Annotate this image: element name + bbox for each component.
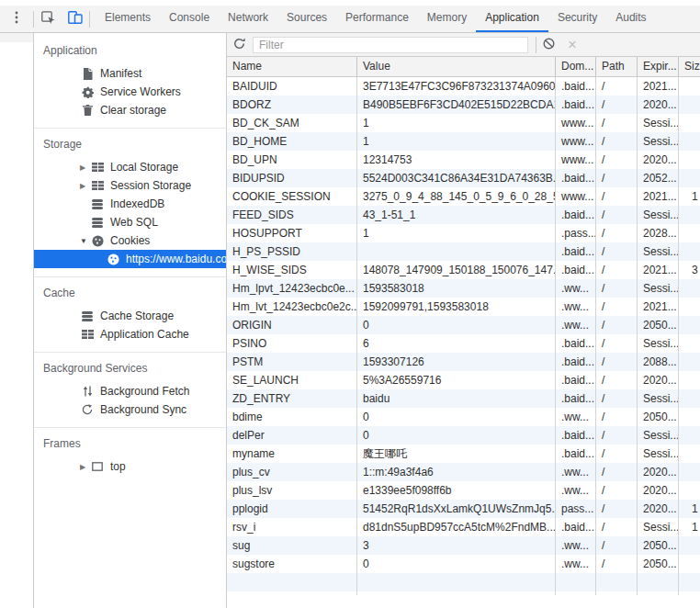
cookie-domain-cell: .ww... [556, 298, 596, 316]
tab-console[interactable]: Console [160, 6, 219, 32]
clear-all-cookies-button[interactable] [536, 33, 560, 57]
filter-input[interactable] [253, 37, 528, 53]
cookie-size-cell [679, 426, 700, 445]
table-row[interactable]: HOSUPPORT1.pass.../2028... [227, 224, 700, 242]
table-row[interactable]: BIDUPSID5524D003C341C86A34E31DA74363B...… [227, 169, 700, 187]
sidebar-item-background-sync[interactable]: Background Sync [34, 400, 226, 419]
table-row[interactable]: FEED_SIDS43_1-51_1.baid.../Sessi... [227, 206, 700, 224]
device-toolbar-button[interactable] [62, 6, 89, 32]
column-header-path[interactable]: Path [596, 57, 638, 76]
sidebar-item-cookies[interactable]: ▼Cookies [34, 231, 226, 250]
sidebar-item-service-workers[interactable]: Service Workers [34, 83, 226, 101]
column-header-expires[interactable]: Expir... [638, 57, 679, 76]
database-icon [90, 218, 105, 228]
table-row[interactable]: SE_LAUNCH5%3A26559716.baid.../2020... [227, 371, 700, 389]
cookie-domain-cell: .ww... [556, 463, 596, 481]
cookie-value-cell: 1592099791,1593583018 [357, 298, 556, 316]
table-row[interactable]: BD_HOME1www.../Sessi... [227, 132, 700, 151]
cookie-path-cell: / [596, 353, 638, 371]
cookie-size-cell [679, 591, 700, 595]
table-row[interactable]: rsv_id81dnS5upBD957ccA5tcM%2FndMB....bai… [227, 518, 700, 536]
table-row[interactable]: ORIGIN0.ww.../2050... [227, 316, 700, 334]
cookie-name-cell: BIDUPSID [227, 169, 357, 187]
column-header-value[interactable]: Value [357, 57, 556, 76]
cookie-value-cell: 0 [357, 316, 556, 334]
table-row[interactable]: PSTM1593307126.baid.../2088... [227, 353, 700, 371]
cookie-value-cell: 0 [357, 408, 556, 426]
cookie-domain-cell: .ww... [556, 279, 596, 298]
tab-application[interactable]: Application [476, 6, 548, 32]
tree-collapsed-arrow-icon[interactable]: ▶ [80, 163, 90, 172]
tab-security[interactable]: Security [548, 6, 606, 32]
inspect-element-button[interactable] [34, 6, 62, 32]
sidebar-item-session-storage[interactable]: ▶Session Storage [34, 176, 226, 195]
cookie-expires-cell: 2021... [638, 187, 679, 206]
cookie-name-cell: BD_HOME [227, 132, 357, 151]
sidebar-item-clear-storage[interactable]: Clear storage [34, 101, 226, 119]
sidebar-item-manifest[interactable]: Manifest [34, 64, 226, 83]
cookie-name-cell: SE_LAUNCH [227, 371, 357, 389]
column-header-name[interactable]: Name [227, 57, 357, 76]
tab-elements[interactable]: Elements [96, 6, 160, 32]
tree-expanded-arrow-icon[interactable]: ▼ [80, 237, 90, 245]
table-row[interactable]: bdime0.ww.../2050... [227, 408, 700, 426]
cookie-path-cell: / [596, 279, 638, 298]
cookie-path-cell: / [596, 408, 638, 426]
table-row[interactable]: COOKIE_SESSION3275_0_9_4_88_145_0_5_9_6_… [227, 187, 700, 206]
cookie-value-cell: 3E7713E47FC3C96F873231374A0960... [357, 77, 556, 96]
cookie-expires-cell: 2020... [638, 500, 679, 518]
tab-network[interactable]: Network [219, 6, 277, 32]
sidebar-item-web-sql[interactable]: Web SQL [34, 213, 226, 231]
column-header-domain[interactable]: Dom... [556, 57, 596, 76]
tab-audits[interactable]: Audits [606, 6, 655, 32]
sidebar-item-top[interactable]: ▶top [34, 457, 226, 476]
table-row[interactable]: myname魔王哪吒.baid.../Sessi... [227, 445, 700, 463]
table-row[interactable]: PSINO6.baid.../Sessi... [227, 334, 700, 353]
tab-performance[interactable]: Performance [336, 6, 418, 32]
table-row[interactable]: pplogid51452RqR1dsXxLamkQ1UWsZnmJq5...pa… [227, 500, 700, 518]
sidebar-item-https-www-baidu-com[interactable]: https://www.baidu.com [34, 250, 226, 268]
table-row[interactable]: plus_lsve1339ee5f098ff6b.ww.../2020... [227, 481, 700, 500]
table-row[interactable]: BAIDUID3E7713E47FC3C96F873231374A0960...… [227, 77, 700, 96]
table-row-empty [227, 591, 700, 595]
refresh-button[interactable] [227, 33, 251, 57]
cookie-expires-cell [638, 591, 679, 595]
column-header-size[interactable]: Size [679, 57, 700, 76]
cookie-name-cell: COOKIE_SESSION [227, 187, 357, 206]
table-row[interactable]: Hm_lpvt_12423ecbc0e...1593583018.ww.../S… [227, 279, 700, 298]
table-row[interactable]: BDORZB490B5EBF6F3CD402E515D22BCDA1....ba… [227, 96, 700, 114]
cookie-expires-cell: 2021... [638, 261, 679, 279]
table-row[interactable]: H_PS_PSSID.baid.../Sessi... [227, 242, 700, 261]
cookie-icon [90, 235, 105, 247]
delete-selected-button[interactable]: × [560, 33, 584, 57]
table-row[interactable]: plus_cv1::m:49a3f4a6.ww.../2020... [227, 463, 700, 481]
tab-memory[interactable]: Memory [418, 6, 476, 32]
table-row[interactable]: delPer0.baid.../Sessi... [227, 426, 700, 445]
cookie-domain-cell: .baid... [556, 371, 596, 389]
sidebar-item-indexeddb[interactable]: IndexedDB [34, 195, 226, 213]
more-options-button[interactable] [0, 6, 33, 32]
table-row[interactable]: Hm_lvt_12423ecbc0e2c...1592099791,159358… [227, 298, 700, 316]
cookie-expires-cell: 2050... [638, 408, 679, 426]
table-row[interactable]: sugstore0.ww.../2050... [227, 555, 700, 573]
tree-collapsed-arrow-icon[interactable]: ▶ [80, 182, 90, 190]
tree-collapsed-arrow-icon[interactable]: ▶ [80, 463, 90, 471]
tab-sources[interactable]: Sources [277, 6, 336, 32]
cookie-expires-cell: Sessi... [638, 206, 679, 224]
cookie-domain-cell: .pass... [556, 224, 596, 242]
table-row[interactable]: H_WISE_SIDS148078_147909_150188_150076_1… [227, 261, 700, 279]
table-icon [80, 330, 95, 339]
table-header: Name Value Dom... Path Expir... Size [227, 57, 700, 77]
table-row[interactable]: BD_CK_SAM1www.../Sessi... [227, 114, 700, 132]
table-row[interactable]: BD_UPN12314753www.../2020... [227, 151, 700, 169]
sidebar-item-local-storage[interactable]: ▶Local Storage [34, 158, 226, 176]
table-row[interactable]: sug3.ww.../2050... [227, 536, 700, 555]
sidebar-item-background-fetch[interactable]: Background Fetch [34, 382, 226, 400]
sidebar-item-application-cache[interactable]: Application Cache [34, 325, 226, 343]
sidebar-item-cache-storage[interactable]: Cache Storage [34, 307, 226, 325]
cookie-domain-cell: www... [556, 114, 596, 132]
cookie-domain-cell: pass... [556, 500, 596, 518]
table-row[interactable]: ZD_ENTRYbaidu.baid.../Sessi... [227, 389, 700, 408]
cookie-icon [106, 253, 120, 265]
cookie-name-cell: BD_UPN [227, 151, 357, 169]
